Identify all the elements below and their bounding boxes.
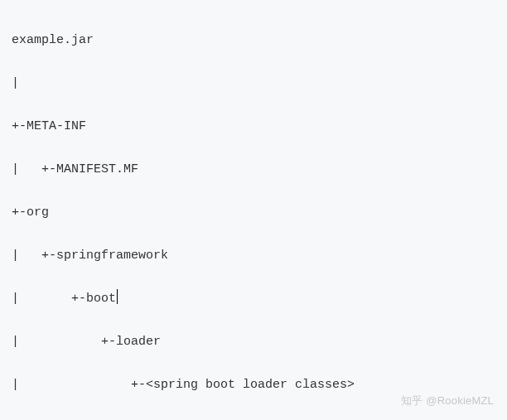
code-line: +-org — [12, 202, 495, 224]
code-line: | — [12, 73, 495, 94]
code-line: | +-boot — [12, 288, 495, 310]
code-text: | +-boot — [12, 292, 116, 306]
code-line: | +-loader — [12, 331, 495, 353]
code-line: | +-springframework — [12, 245, 495, 267]
code-line: example.jar — [12, 30, 495, 51]
code-line: | +-MANIFEST.MF — [12, 159, 495, 181]
code-line: | +-<spring boot loader classes> — [12, 374, 495, 396]
text-cursor — [117, 289, 118, 304]
code-block: example.jar | +-META-INF | +-MANIFEST.MF… — [0, 0, 507, 420]
code-line: +-META-INF — [12, 116, 495, 138]
